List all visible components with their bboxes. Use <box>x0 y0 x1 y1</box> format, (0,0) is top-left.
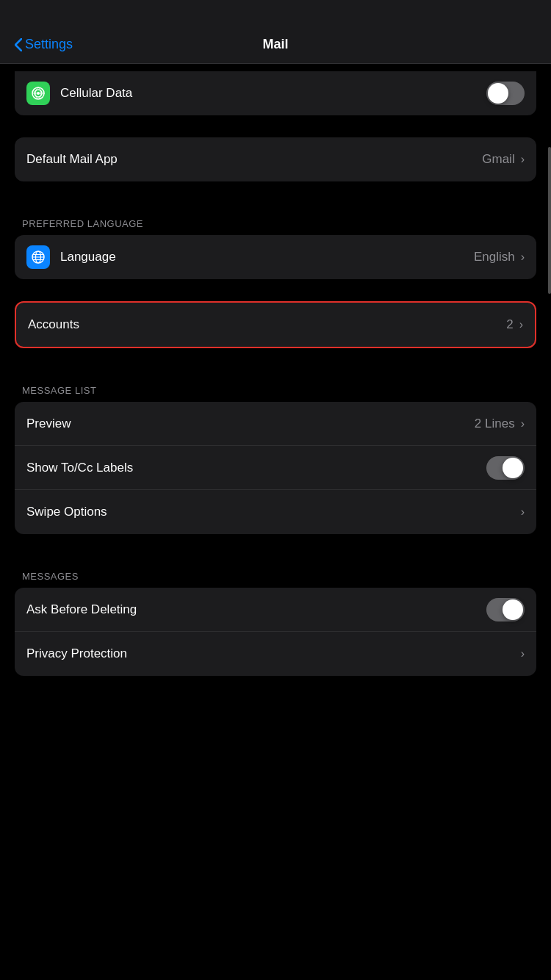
preview-row[interactable]: Preview 2 Lines › <box>15 402 536 446</box>
preview-value: 2 Lines <box>475 417 515 431</box>
accounts-group: Accounts 2 › <box>15 301 536 348</box>
swipe-options-label: Swipe Options <box>26 505 521 519</box>
privacy-protection-row[interactable]: Privacy Protection › <box>15 632 536 676</box>
swipe-options-row[interactable]: Swipe Options › <box>15 490 536 534</box>
toggle-thumb-abd <box>503 599 523 620</box>
preview-label: Preview <box>26 417 475 431</box>
settings-content: Cellular Data Default Mail App Gmail › P… <box>0 64 551 676</box>
show-tocc-toggle[interactable] <box>486 456 525 480</box>
scrollbar[interactable] <box>548 147 551 294</box>
back-label: Settings <box>25 37 73 52</box>
back-button[interactable]: Settings <box>15 37 73 52</box>
preview-chevron: › <box>521 417 525 430</box>
ask-before-deleting-row[interactable]: Ask Before Deleting <box>15 588 536 632</box>
language-value: English <box>474 250 515 264</box>
default-mail-group: Default Mail App Gmail › <box>15 137 536 181</box>
messages-section-label: MESSAGES <box>0 556 551 588</box>
cellular-toggle[interactable] <box>486 82 525 105</box>
default-mail-value: Gmail <box>482 152 514 167</box>
preferred-language-section-label: PREFERRED LANGUAGE <box>0 203 551 235</box>
cellular-data-row[interactable]: Cellular Data <box>15 71 536 115</box>
ask-before-deleting-toggle[interactable] <box>486 598 525 621</box>
show-tocc-row[interactable]: Show To/Cc Labels <box>15 446 536 490</box>
cellular-group: Cellular Data <box>15 71 536 115</box>
default-mail-row[interactable]: Default Mail App Gmail › <box>15 137 536 181</box>
show-tocc-label: Show To/Cc Labels <box>26 461 486 475</box>
navigation-header: Settings Mail <box>0 0 551 64</box>
message-list-section-label: MESSAGE LIST <box>0 370 551 402</box>
default-mail-chevron: › <box>521 153 525 166</box>
swipe-options-chevron: › <box>521 505 525 519</box>
message-list-group: Preview 2 Lines › Show To/Cc Labels Swip… <box>15 402 536 534</box>
accounts-chevron: › <box>519 318 523 331</box>
toggle-thumb <box>488 83 508 104</box>
default-mail-label: Default Mail App <box>26 152 482 167</box>
accounts-label: Accounts <box>28 317 506 332</box>
cellular-icon <box>26 82 50 105</box>
accounts-value: 2 <box>506 317 513 332</box>
privacy-protection-chevron: › <box>521 647 525 660</box>
language-label: Language <box>60 250 474 264</box>
cellular-label: Cellular Data <box>60 86 486 101</box>
language-group: Language English › <box>15 235 536 279</box>
accounts-row[interactable]: Accounts 2 › <box>16 303 535 347</box>
page-title: Mail <box>262 37 288 52</box>
language-icon <box>26 245 50 269</box>
language-row[interactable]: Language English › <box>15 235 536 279</box>
language-chevron: › <box>521 251 525 264</box>
messages-section: MESSAGES Ask Before Deleting Privacy Pro… <box>0 556 551 676</box>
message-list-section: MESSAGE LIST Preview 2 Lines › Show To/C… <box>0 370 551 534</box>
ask-before-deleting-label: Ask Before Deleting <box>26 602 486 617</box>
toggle-thumb-tocc <box>503 458 523 478</box>
messages-group: Ask Before Deleting Privacy Protection › <box>15 588 536 676</box>
preferred-language-section: PREFERRED LANGUAGE Language English › <box>0 203 551 279</box>
privacy-protection-label: Privacy Protection <box>26 646 521 661</box>
